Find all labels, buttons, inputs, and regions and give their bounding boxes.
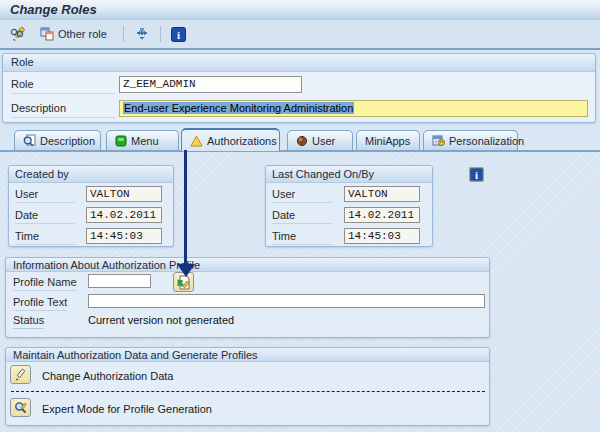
created-time-label: Time bbox=[15, 230, 75, 245]
toolbar-separator bbox=[123, 26, 124, 42]
changed-time-label: Time bbox=[272, 230, 332, 245]
change-authorization-data-button[interactable] bbox=[10, 365, 31, 384]
tab-label: Personalization bbox=[449, 135, 524, 147]
menu-green-icon bbox=[115, 135, 127, 147]
tab-label: User bbox=[312, 135, 335, 147]
changed-date-label: Date bbox=[272, 209, 332, 224]
profile-text-input[interactable] bbox=[88, 294, 485, 308]
changed-time-value: 14:45:03 bbox=[344, 228, 420, 244]
other-role-label: Other role bbox=[58, 28, 107, 40]
profile-info-groupbox: Information About Authorization Profile … bbox=[5, 257, 490, 338]
document-search-icon bbox=[23, 134, 36, 147]
tab-label: MiniApps bbox=[365, 135, 410, 147]
changed-date-value: 14.02.2011 bbox=[344, 207, 420, 223]
tab-label: Menu bbox=[131, 135, 159, 147]
tab-description[interactable]: Description bbox=[14, 130, 101, 150]
tab-strip: Description Menu Authorizations bbox=[0, 128, 600, 150]
title-bar: Change Roles bbox=[0, 0, 600, 20]
tab-label: Authorizations bbox=[207, 135, 277, 147]
tab-label: Description bbox=[40, 135, 95, 147]
created-date-label: Date bbox=[15, 209, 75, 224]
profile-info-header: Information About Authorization Profile bbox=[6, 258, 489, 272]
info-help-button[interactable]: i bbox=[469, 167, 484, 182]
role-input[interactable]: Z_EEM_ADMIN bbox=[119, 76, 302, 93]
svg-text:i: i bbox=[177, 28, 180, 40]
focus-corner bbox=[119, 112, 124, 117]
created-date-value: 14.02.2011 bbox=[86, 207, 162, 223]
focus-corner bbox=[583, 100, 588, 105]
created-user-value: VALTON bbox=[86, 186, 162, 202]
user-sphere-icon bbox=[296, 135, 308, 147]
maintain-header: Maintain Authorization Data and Generate… bbox=[6, 348, 489, 362]
change-authorization-data-label[interactable]: Change Authorization Data bbox=[42, 370, 173, 382]
created-time-value: 14:45:03 bbox=[86, 228, 162, 244]
role-label: Role bbox=[11, 78, 115, 94]
status-label: Status bbox=[13, 314, 44, 329]
warning-triangle-icon bbox=[190, 135, 203, 147]
toggle-change-display-button[interactable] bbox=[5, 24, 30, 44]
tab-personalization[interactable]: Personalization bbox=[423, 130, 518, 150]
description-label: Description bbox=[11, 102, 115, 118]
maintain-groupbox: Maintain Authorization Data and Generate… bbox=[5, 347, 490, 426]
created-user-label: User bbox=[15, 188, 75, 203]
separator-line bbox=[11, 391, 485, 392]
focus-corner bbox=[119, 100, 124, 105]
profile-name-input[interactable] bbox=[88, 274, 151, 288]
tab-miniapps[interactable]: MiniApps bbox=[356, 130, 420, 150]
distribute-icon bbox=[134, 27, 150, 42]
tab-menu[interactable]: Menu bbox=[106, 130, 179, 150]
role-group-header: Role bbox=[3, 54, 595, 72]
change-pencil-icon bbox=[9, 26, 26, 42]
toolbar-separator-2 bbox=[160, 26, 161, 42]
last-changed-header: Last Changed On/By bbox=[266, 166, 432, 183]
personalization-grid-icon bbox=[432, 134, 445, 147]
selected-text: End-user Experience Monitoring Administr… bbox=[123, 102, 354, 114]
changed-user-value: VALTON bbox=[344, 186, 420, 202]
expert-mode-button[interactable] bbox=[10, 398, 31, 417]
svg-text:i: i bbox=[475, 169, 478, 181]
sap-change-roles-window: Change Roles bbox=[0, 0, 600, 432]
description-input[interactable]: End-user Experience Monitoring Administr… bbox=[119, 100, 588, 117]
info-button[interactable]: i bbox=[167, 25, 190, 44]
application-toolbar: Other role i bbox=[0, 20, 600, 50]
annotation-arrow-head bbox=[177, 264, 195, 277]
info-icon: i bbox=[171, 27, 186, 42]
role-groupbox: Role Role Z_EEM_ADMIN Description End-us… bbox=[2, 53, 596, 123]
created-by-groupbox: Created by User VALTON Date 14.02.2011 T… bbox=[8, 165, 174, 247]
created-by-header: Created by bbox=[9, 166, 173, 183]
page-title: Change Roles bbox=[10, 2, 97, 17]
other-role-icon bbox=[40, 27, 54, 41]
profile-name-label: Profile Name bbox=[13, 276, 77, 291]
annotation-arrow-line bbox=[184, 150, 187, 264]
other-role-button[interactable]: Other role bbox=[36, 25, 111, 43]
pencil-icon bbox=[14, 368, 27, 381]
focus-corner bbox=[583, 112, 588, 117]
expert-mode-label[interactable]: Expert Mode for Profile Generation bbox=[42, 403, 212, 415]
status-value: Current version not generated bbox=[88, 314, 234, 326]
tab-authorizations[interactable]: Authorizations bbox=[181, 128, 280, 151]
profile-text-label: Profile Text bbox=[13, 296, 67, 311]
last-changed-groupbox: Last Changed On/By User VALTON Date 14.0… bbox=[265, 165, 433, 247]
distribute-button[interactable] bbox=[130, 25, 154, 44]
changed-user-label: User bbox=[272, 188, 332, 203]
tab-user[interactable]: User bbox=[287, 130, 353, 150]
magnifier-pencil-icon bbox=[14, 401, 28, 415]
